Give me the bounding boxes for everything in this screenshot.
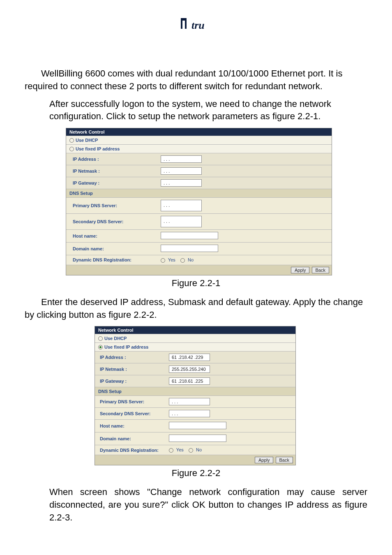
radio-icon[interactable] [180,258,185,263]
dyn-dns-yes: Yes [168,257,175,262]
logo-icon: tru [178,16,214,33]
dns-setup-header: DNS Setup [66,189,332,197]
radio-use-dhcp-row[interactable]: Use DHCP [66,136,332,144]
svg-text:tru: tru [191,19,205,31]
ip-address-label: IP Address : [95,355,169,360]
radio-use-fixed-label: Use fixed IP address [104,345,148,349]
secondary-dns-input[interactable]: . . . [169,410,210,417]
dyn-dns-no: No [188,257,194,262]
paragraph-4: When screen shows "Change network config… [25,486,367,524]
primary-dns-label: Primary DNS Server: [66,203,161,208]
radio-use-fixed-label: Use fixed IP address [76,146,120,151]
primary-dns-input[interactable]: . . . [161,200,202,211]
secondary-dns-input[interactable]: . . . [161,216,202,227]
ip-address-input[interactable]: . . . [161,155,202,163]
paragraph-1: WellBilling 6600 comes with dual redunda… [25,67,367,93]
ip-gateway-input[interactable]: 61 .218.61 .225 [169,377,210,385]
panel-header: Network Control [95,326,295,334]
dyn-dns-label: Dynamic DNS Registration: [66,257,161,262]
dyn-dns-yes: Yes [176,447,184,452]
radio-use-dhcp-label: Use DHCP [104,336,127,341]
radio-use-fixed-row[interactable]: Use fixed IP address [95,342,295,351]
back-button[interactable]: Back [312,267,329,273]
back-button[interactable]: Back [276,457,293,463]
radio-use-dhcp-label: Use DHCP [76,138,98,143]
secondary-dns-label: Secondary DNS Server: [95,411,169,416]
ip-address-input[interactable]: 61 .218.42 .229 [169,354,210,361]
paragraph-3: Enter the deserved IP address, Submask a… [25,296,367,321]
ip-address-label: IP Address : [66,157,161,162]
radio-icon [69,147,74,151]
host-name-input[interactable] [161,232,218,239]
radio-icon [69,138,74,143]
ip-netmask-input[interactable]: 255.255.255.240 [169,365,210,373]
radio-use-fixed-row[interactable]: Use fixed IP address [66,144,332,153]
radio-icon [98,345,103,349]
radio-icon[interactable] [169,448,173,453]
ip-netmask-label: IP Netmask : [66,169,161,173]
domain-name-label: Domain name: [95,436,169,441]
radio-icon[interactable] [189,448,193,453]
host-name-label: Host name: [66,234,161,238]
dyn-dns-label: Dynamic DNS Registration: [95,448,169,453]
ip-gateway-input[interactable]: . . . [161,179,202,187]
ip-gateway-label: IP Gateway : [66,180,161,185]
radio-use-dhcp-row[interactable]: Use DHCP [95,334,295,342]
dns-setup-header: DNS Setup [95,387,295,395]
logo: tru [25,16,367,35]
dyn-dns-no: No [196,447,202,452]
paragraph-2-part2: to setup the network parameters as figur… [128,111,321,121]
apply-button[interactable]: Apply [291,267,310,273]
domain-name-label: Domain name: [66,246,161,251]
figure-2-2-2-caption: Figure 2.2-2 [25,468,367,479]
ip-netmask-input[interactable]: . . . [161,167,202,175]
secondary-dns-label: Secondary DNS Server: [66,219,161,224]
domain-name-input[interactable] [169,435,226,442]
figure-2-2-2: Network Control Use DHCP Use fixed IP ad… [95,326,367,465]
ip-netmask-label: IP Netmask : [95,367,169,372]
radio-icon [98,336,103,341]
figure-2-2-1: Network Control Use DHCP Use fixed IP ad… [66,128,367,275]
apply-button[interactable]: Apply [255,457,274,463]
figure-2-2-1-caption: Figure 2.2-1 [25,278,367,289]
ip-gateway-label: IP Gateway : [95,379,169,384]
radio-icon[interactable] [161,258,165,263]
domain-name-input[interactable] [161,245,218,252]
primary-dns-input[interactable]: . . . [169,398,210,405]
panel-header: Network Control [66,128,332,136]
paragraph-2: After successfully logon to the system, … [25,98,367,123]
primary-dns-label: Primary DNS Server: [95,399,169,404]
host-name-input[interactable] [169,422,226,429]
host-name-label: Host name: [95,423,169,428]
paragraph-3-part2: button as figure 2.2-2. [69,310,157,320]
